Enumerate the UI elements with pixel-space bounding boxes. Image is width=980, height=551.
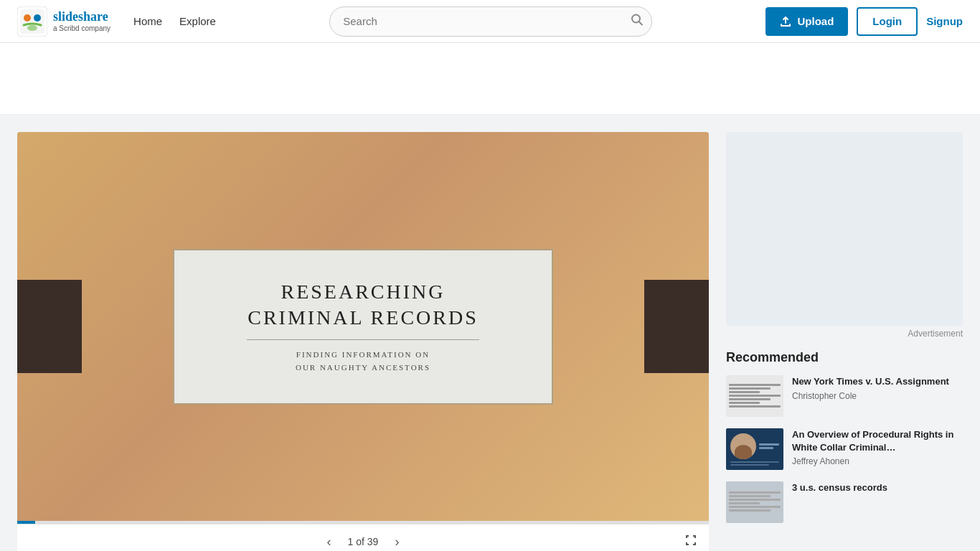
fullscreen-icon: [684, 534, 697, 547]
rec-thumbnail-1: [726, 375, 783, 417]
search-icon: [631, 13, 644, 26]
top-ad-banner: [0, 43, 980, 115]
rec-info-2: An Overview of Procedural Rights in Whit…: [792, 428, 963, 470]
right-sidebar: Advertisement Recommended: [726, 132, 963, 551]
recommended-heading: Recommended: [726, 350, 963, 365]
slide-container: RESEARCHING CRIMINAL RECORDS FINDING INF…: [17, 132, 709, 551]
slide-nav-controls: ‹ 1 of 39 ›: [319, 532, 407, 551]
slideshare-logo-icon: [17, 6, 47, 37]
main-nav: Home Explore: [133, 15, 216, 27]
slide-prev-button[interactable]: ‹: [319, 532, 339, 551]
recommended-section: Recommended New York Times v. U.S.: [726, 350, 963, 523]
rec-title-2: An Overview of Procedural Rights in Whit…: [792, 428, 963, 453]
slide-nav-bar: ‹ 1 of 39 ›: [17, 524, 709, 551]
search-input[interactable]: [329, 6, 652, 37]
rec-thumbnail-2: [726, 428, 783, 470]
rec-author-2: Jeffrey Ahonen: [792, 456, 963, 466]
logo-sub-text: a Scribd company: [53, 24, 110, 32]
thumb-face: [730, 433, 756, 459]
rec-author-1: Christopher Cole: [792, 391, 963, 401]
svg-point-4: [27, 25, 37, 31]
rec-info-3: 3 u.s. census records: [792, 481, 963, 523]
slide-canvas: RESEARCHING CRIMINAL RECORDS FINDING INF…: [17, 132, 709, 521]
nav-explore[interactable]: Explore: [179, 15, 216, 27]
upload-icon: [780, 16, 791, 27]
main-content: RESEARCHING CRIMINAL RECORDS FINDING INF…: [0, 115, 980, 551]
rec-thumbnail-3: [726, 481, 783, 523]
slide-subtitle: FINDING INFORMATION ON OUR NAUGHTY ANCES…: [217, 349, 509, 374]
login-button[interactable]: Login: [857, 7, 918, 36]
rec-title-3: 3 u.s. census records: [792, 481, 963, 494]
slide-counter: 1 of 39: [348, 536, 379, 547]
upload-button[interactable]: Upload: [765, 7, 848, 36]
recommended-item[interactable]: 3 u.s. census records: [726, 481, 963, 523]
slide-band-right: [644, 280, 709, 373]
svg-line-6: [639, 22, 643, 25]
slide-band-left: [17, 280, 82, 373]
slide-card: RESEARCHING CRIMINAL RECORDS FINDING INF…: [173, 249, 553, 405]
logo[interactable]: slideshare a Scribd company: [17, 6, 110, 37]
recommended-item[interactable]: New York Times v. U.S. Assignment Christ…: [726, 375, 963, 417]
logo-main-text: slideshare: [53, 10, 110, 24]
svg-point-3: [34, 14, 41, 22]
nav-home[interactable]: Home: [133, 15, 162, 27]
svg-point-2: [24, 14, 31, 22]
ad-box: [726, 132, 963, 326]
signup-button[interactable]: Signup: [926, 15, 963, 27]
rec-info-1: New York Times v. U.S. Assignment Christ…: [792, 375, 963, 417]
slide-section: RESEARCHING CRIMINAL RECORDS FINDING INF…: [17, 132, 709, 551]
rec-title-1: New York Times v. U.S. Assignment: [792, 375, 963, 388]
site-header: slideshare a Scribd company Home Explore…: [0, 0, 980, 43]
thumb-lines: [726, 381, 783, 412]
slide-next-button[interactable]: ›: [387, 532, 407, 551]
slide-divider: [247, 339, 480, 340]
header-actions: Upload Login Signup: [765, 7, 963, 36]
search-button[interactable]: [631, 13, 644, 29]
ad-label: Advertisement: [726, 329, 963, 339]
slide-title: RESEARCHING CRIMINAL RECORDS: [217, 279, 509, 331]
recommended-item[interactable]: An Overview of Procedural Rights in Whit…: [726, 428, 963, 470]
fullscreen-button[interactable]: [684, 534, 697, 550]
search-bar: [329, 6, 652, 37]
